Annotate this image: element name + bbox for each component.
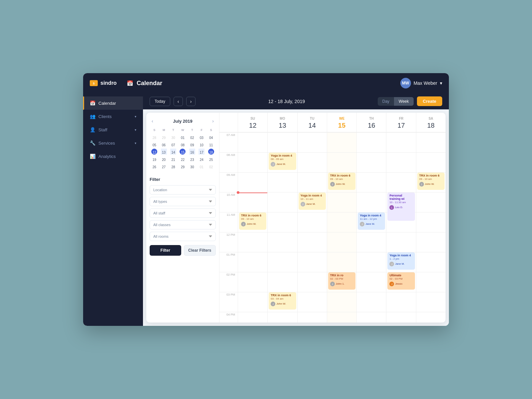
mini-cal-day[interactable]: 30 [170, 134, 176, 140]
day-col-wed[interactable]: TRX in room 6 09 - 10 am J John W. [327, 132, 356, 323]
mini-cal-day[interactable]: 29 [161, 134, 167, 140]
event-yoga-thu[interactable]: Yoga in room 4 11 am - 12 pm J Jane M. [358, 212, 385, 230]
avatar: J [241, 222, 246, 226]
clients-icon: 👥 [90, 114, 95, 119]
user-menu[interactable]: MW Max Weber ▾ [400, 78, 442, 88]
cal-body[interactable]: 07 AM 08 AM 09 AM 10 AM 11 AM 12 PM 01 P… [219, 132, 446, 323]
calendar-nav-icon: 📅 [90, 100, 95, 106]
sidebar-item-analytics[interactable]: 📊 Analytics [83, 150, 143, 163]
left-panel: ‹ July 2019 › S M T W T F [146, 113, 219, 323]
app-container: s sindro 📅 Calendar MW Max Weber ▾ 📅 Cal… [83, 73, 449, 326]
filter-clear-button[interactable]: Clear Filters [184, 245, 216, 256]
avatar: L [389, 205, 394, 210]
sidebar-item-clients[interactable]: 👥 Clients ▾ [83, 110, 143, 123]
event-pt-fri[interactable]: Personal training wi 10 - 11:30 am L Leo… [387, 193, 415, 221]
sidebar-item-services[interactable]: 🔧 Services ▾ [83, 136, 143, 150]
mini-cal-day[interactable]: 29 [180, 163, 186, 169]
mini-cal-day[interactable]: 09 [189, 141, 195, 147]
mini-cal-day[interactable]: 20 [161, 156, 167, 162]
mini-cal-day[interactable]: 08 [180, 141, 186, 147]
week-view-button[interactable]: Week [394, 97, 413, 106]
mini-cal-day[interactable]: 21 [170, 156, 176, 162]
event-yoga-tue[interactable]: Yoga in room 4 10 - 11 am J Jane M. [299, 193, 326, 210]
sidebar-item-label: Staff [98, 127, 107, 132]
mini-cal-day[interactable]: 10 [199, 141, 204, 147]
mini-cal-day[interactable]: 23 [189, 156, 195, 162]
day-col-fri[interactable]: Personal training wi 10 - 11:30 am L Leo… [386, 132, 416, 323]
sidebar-item-staff[interactable]: 👤 Staff ▾ [83, 123, 143, 136]
page-title: Calendar [137, 80, 162, 87]
mini-cal-day[interactable]: 27 [161, 163, 167, 169]
mini-cal-day[interactable]: 17 [199, 149, 204, 155]
date-range-label: 12 - 18 July, 2019 [199, 99, 374, 104]
mini-cal-day[interactable]: 07 [170, 141, 176, 147]
staff-filter[interactable]: All staff [150, 208, 216, 218]
event-trx-mon-3[interactable]: TRX in room 6 03 - 04 am J John W. [269, 292, 296, 310]
mini-cal-day[interactable]: 03 [199, 134, 204, 140]
mini-cal-dow-row: S M T W T F S [150, 128, 216, 132]
mini-cal-day[interactable]: 01 [199, 163, 204, 169]
mini-cal-prev[interactable]: ‹ [150, 118, 155, 124]
avatar: J [360, 222, 364, 226]
content-area: Today ‹ › 12 - 18 July, 2019 Day Week Cr… [143, 93, 449, 326]
next-button[interactable]: › [186, 97, 196, 106]
mini-cal-day[interactable]: 02 [189, 134, 195, 140]
day-col-tue[interactable]: Yoga in room 4 10 - 11 am J Jane M. [297, 132, 327, 323]
location-filter[interactable]: Location [150, 185, 216, 195]
mini-cal-week: 19 20 21 22 23 24 25 [150, 156, 216, 162]
day-col-sat[interactable]: TRX in room 6 09 - 10 am J John W. [416, 132, 446, 323]
mini-cal-day[interactable]: 26 [151, 163, 157, 169]
mini-cal-day[interactable]: 12 [151, 149, 157, 155]
create-button[interactable]: Create [417, 96, 442, 106]
mini-cal-day-today[interactable]: 15 [180, 149, 186, 155]
rooms-filter[interactable]: All rooms [150, 232, 216, 241]
mini-cal-day[interactable]: 02 [208, 163, 214, 169]
mini-cal-week: 05 06 07 08 09 10 11 [150, 141, 216, 148]
mini-cal-day[interactable]: 28 [151, 134, 157, 140]
type-filter[interactable]: All types [150, 197, 216, 206]
mini-cal-week: 28 29 30 01 02 03 04 [150, 134, 216, 140]
event-trx-wed-2pm[interactable]: TRX in ro 02 - 03 PM J John 1. [328, 272, 355, 290]
avatar: J [271, 302, 275, 306]
sidebar-item-label: Clients [98, 114, 112, 119]
mini-cal-day[interactable]: 16 [189, 149, 195, 155]
cal-day-header-thu: TH 16 [356, 113, 386, 132]
mini-cal-day[interactable]: 13 [161, 149, 167, 155]
day-col-sun[interactable]: TRX in room 6 09 - 10 am J John W. [238, 132, 267, 323]
today-button[interactable]: Today [150, 97, 170, 106]
event-trx-sat[interactable]: TRX in room 6 09 - 10 am J John W. [417, 173, 445, 190]
mini-cal-day[interactable]: 30 [189, 163, 195, 169]
mini-cal-day[interactable]: 11 [208, 141, 214, 147]
mini-cal-day[interactable]: 19 [151, 156, 157, 162]
staff-icon: 👤 [90, 127, 95, 132]
mini-cal-day[interactable]: 18 [208, 149, 214, 155]
mini-cal-day[interactable]: 14 [170, 149, 176, 155]
mini-cal-day[interactable]: 04 [208, 134, 214, 140]
user-avatar: MW [400, 78, 411, 88]
sidebar-item-calendar[interactable]: 📅 Calendar [83, 96, 143, 110]
mini-cal-next[interactable]: › [210, 118, 216, 124]
mini-cal-day[interactable]: 25 [208, 156, 214, 162]
mini-cal-day[interactable]: 22 [180, 156, 186, 162]
event-yoga-fri-1pm[interactable]: Yoga in room 4 1 - 2 pm J Jane M. [387, 252, 415, 270]
cal-day-header-sun: SU 12 [238, 113, 267, 132]
event-trx-wed[interactable]: TRX in room 6 09 - 10 am J John W. [328, 173, 355, 190]
mini-cal-day[interactable]: 06 [161, 141, 167, 147]
day-view-button[interactable]: Day [378, 97, 394, 106]
logo: s sindro [90, 80, 117, 86]
event-trx-sun[interactable]: TRX in room 6 09 - 10 am J John W. [239, 212, 266, 230]
day-col-thu[interactable]: Yoga in room 4 11 am - 12 pm J Jane M. [356, 132, 386, 323]
mini-cal-grid: S M T W T F S 28 29 [150, 128, 216, 170]
filter-buttons: Filter Clear Filters [150, 245, 216, 256]
filter-apply-button[interactable]: Filter [150, 245, 181, 256]
mini-cal-day[interactable]: 01 [180, 134, 186, 140]
day-col-mon[interactable]: Yoga in room 4 08 - 09 am J Jane M. [267, 132, 297, 323]
mini-cal-day[interactable]: 28 [170, 163, 176, 169]
mini-cal-day[interactable]: 24 [199, 156, 204, 162]
event-ultimate-fri[interactable]: Ultimate 02 - 03 PM J Jessic [387, 272, 415, 290]
event-yoga-mon[interactable]: Yoga in room 4 08 - 09 am J Jane M. [269, 153, 296, 170]
classes-filter[interactable]: All classes [150, 220, 216, 229]
calendar-icon: 📅 [127, 80, 133, 86]
mini-cal-day[interactable]: 05 [151, 141, 157, 147]
prev-button[interactable]: ‹ [174, 97, 183, 106]
